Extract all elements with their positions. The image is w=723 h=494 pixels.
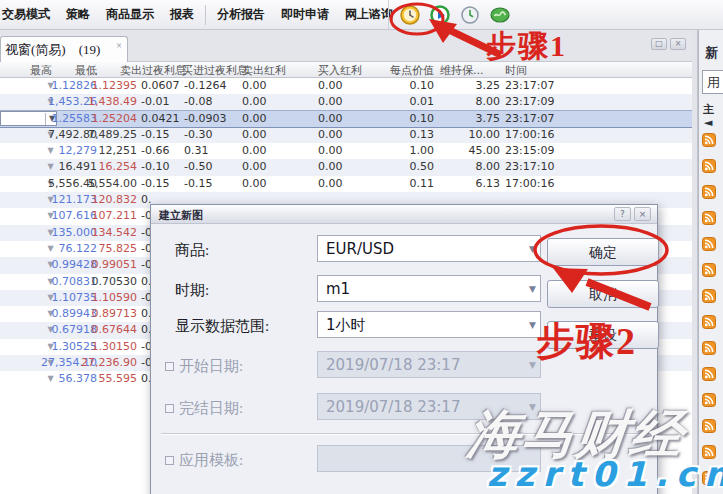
cell-time: 23:17:09	[505, 95, 689, 109]
end-date-checkbox[interactable]	[165, 404, 174, 413]
tab-close-icon[interactable]: ×	[116, 41, 122, 51]
cell-bs: -0.50	[184, 160, 241, 174]
news-feed-icon[interactable]	[702, 158, 716, 177]
ok-button[interactable]: 确定	[547, 238, 659, 266]
header-buy-dividend[interactable]: 买入红利	[318, 63, 362, 78]
clock-icon[interactable]	[459, 4, 481, 26]
tab-window-simple[interactable]: 视窗(简易) (19) ×	[0, 36, 128, 62]
cell-time: 23:17:07	[505, 112, 689, 126]
news-section-label: 主	[703, 102, 714, 117]
news-feed-icon[interactable]	[702, 236, 716, 255]
news-feed-icon[interactable]	[702, 288, 716, 307]
news-feed-icon[interactable]	[702, 418, 716, 437]
table-row[interactable]: ▼1,453.261,438.49-0.01-0.080.000.000.018…	[0, 94, 692, 110]
table-row[interactable]: ▼1.255831.252040.0421-0.09030.000.000.10…	[0, 111, 692, 127]
cell-pv: 0.11	[388, 177, 434, 191]
header-margin[interactable]: 维持保...	[440, 63, 484, 78]
symbol-value: EUR/USD	[326, 240, 394, 258]
cell-pv: 0.10	[388, 112, 434, 126]
close-window-icon[interactable]: ×	[670, 38, 686, 50]
cell-bd: 0.00	[318, 112, 388, 126]
cell-high: 16.491	[20, 160, 97, 174]
menu-item-symbol-display[interactable]: 商品显示	[98, 0, 162, 29]
news-feed-icon[interactable]	[702, 470, 716, 489]
cell-mm: 8.00	[436, 160, 500, 174]
start-date-label: 开始日期:	[165, 357, 243, 376]
table-row[interactable]: ▼12,27912,251-0.660.310.000.001.0045.002…	[0, 143, 692, 159]
news-feed-icon[interactable]	[702, 314, 716, 333]
data-range-select[interactable]: 1小时 ▼	[317, 311, 541, 338]
news-feed-icon[interactable]	[702, 184, 716, 203]
start-date-checkbox[interactable]	[165, 362, 174, 371]
chevron-down-icon[interactable]: ▼	[529, 244, 536, 254]
menu-item-strategy[interactable]: 策略	[58, 0, 98, 29]
header-time[interactable]: 时间	[505, 63, 527, 78]
news-feed-icon[interactable]	[702, 444, 716, 463]
cell-time: 17:00:16	[505, 128, 689, 142]
cell-time: 23:17:10	[505, 160, 689, 174]
cell-low: 75.825	[99, 242, 137, 256]
reset-button[interactable]: 重设	[547, 321, 659, 349]
restore-window-icon[interactable]: □	[651, 38, 667, 50]
header-point-value[interactable]: 每点价值	[390, 63, 434, 78]
cell-time: 23:17:07	[505, 79, 689, 93]
chevron-down-icon[interactable]: ▼	[529, 284, 536, 294]
symbol-select[interactable]: EUR/USD ▼	[317, 235, 541, 262]
cell-sd: 0.00	[242, 95, 318, 109]
start-icon[interactable]	[429, 4, 451, 26]
news-feed-icon[interactable]	[702, 262, 716, 281]
cell-sd: 0.00	[242, 79, 318, 93]
menu-item-reports[interactable]: 报表	[162, 0, 202, 29]
symbol-label: 商品:	[175, 241, 209, 260]
period-select[interactable]: m1 ▼	[317, 275, 541, 302]
cell-high: 5,556.40	[20, 177, 97, 191]
market-refresh-icon[interactable]	[489, 4, 511, 26]
news-feed-icon[interactable]	[702, 366, 716, 385]
dialog-close-icon[interactable]: ×	[634, 207, 651, 221]
dialog-help-icon[interactable]: ?	[614, 207, 631, 221]
cancel-button[interactable]: 取消	[547, 280, 659, 308]
cell-time: 17:00:16	[505, 177, 689, 191]
news-feed-icon[interactable]	[702, 392, 716, 411]
cell-high: 0.89943	[20, 307, 97, 321]
header-low[interactable]: 最低	[75, 63, 97, 78]
cell-mm: 3.25	[436, 79, 500, 93]
news-feed-icon[interactable]	[702, 340, 716, 359]
header-buy-swap[interactable]: 买进过夜利息	[182, 63, 248, 78]
create-chart-dialog: 建立新图 ? × 商品: EUR/USD ▼ 时期: m1 ▼ 显示数据范围: …	[150, 204, 658, 494]
reply-arrow-icon[interactable]: ◄	[704, 116, 712, 129]
chevron-down-icon[interactable]: ▼	[529, 320, 536, 330]
cell-sd: 0.00	[242, 160, 318, 174]
start-date-input: 2019/07/18 23:17 ▼	[317, 351, 541, 378]
dialog-separator	[161, 433, 649, 434]
table-row[interactable]: ▼16.49116.254-0.10-0.500.000.000.508.002…	[0, 159, 692, 175]
dialog-titlebar[interactable]: 建立新图 ? ×	[151, 205, 657, 224]
template-checkbox[interactable]	[165, 456, 174, 465]
header-sell-dividend[interactable]: 卖出红利	[242, 63, 286, 78]
toolbar	[388, 0, 511, 30]
table-row[interactable]: ▼7,492.807,489.25-0.15-0.300.000.000.131…	[0, 127, 692, 143]
menu-item-trade-mode[interactable]: 交易模式	[0, 0, 58, 29]
header-high[interactable]: 最高	[30, 63, 52, 78]
menu-item-instant-request[interactable]: 即时申请	[273, 0, 337, 29]
cell-high: 1.25583	[20, 112, 97, 126]
cell-ss: 0.0607	[141, 79, 183, 93]
news-filter-input[interactable]: 用	[702, 70, 723, 94]
cell-ss: -0.10	[141, 160, 183, 174]
menu-item-analysis-report[interactable]: 分析报告	[209, 0, 273, 29]
table-row[interactable]: ▼1.128261.123950.0607-0.12640.000.000.10…	[0, 78, 692, 94]
cell-bs: -0.30	[184, 128, 241, 142]
news-panel: 新 用 主 ◄	[698, 30, 723, 494]
cell-pv: 0.10	[388, 79, 434, 93]
period-value: m1	[326, 280, 350, 298]
history-chart-icon[interactable]	[399, 4, 421, 26]
news-feed-icon[interactable]	[702, 132, 716, 151]
cell-pv: 0.13	[388, 128, 434, 142]
cell-bs: -0.0903	[184, 112, 241, 126]
table-row[interactable]: ▼5,556.405,554.00-0.15-0.150.000.000.116…	[0, 176, 692, 192]
header-sell-swap[interactable]: 卖出过夜利息	[120, 63, 186, 78]
cell-sd: 0.00	[242, 128, 318, 142]
cell-low: 0.89713	[99, 307, 137, 321]
news-feed-icon[interactable]	[702, 210, 716, 229]
cell-low: 134.542	[99, 226, 137, 240]
